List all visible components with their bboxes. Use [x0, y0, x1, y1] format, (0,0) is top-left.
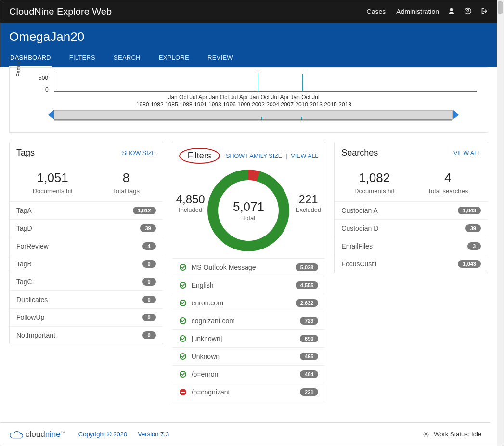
search-label: EmailFiles	[341, 242, 373, 250]
filter-count: 5,028	[296, 263, 319, 271]
timeline-yaxis-label: Family	[15, 61, 21, 77]
filter-row[interactable]: cognizant.com723	[172, 312, 325, 330]
tab-review[interactable]: REVIEW	[207, 49, 234, 67]
tag-label: ForReview	[16, 242, 49, 250]
search-count: 3	[467, 242, 481, 250]
include-icon	[179, 335, 187, 342]
filters-donut-chart: 5,071 Total	[207, 170, 289, 251]
tag-count: 0	[142, 331, 156, 339]
tag-count: 0	[142, 296, 156, 303]
filter-count: 2,632	[296, 299, 319, 307]
filters-panel: Filters SHOW FAMILY SIZE | VIEW ALL 4,85…	[172, 142, 326, 401]
logout-icon[interactable]	[480, 7, 488, 16]
filters-view-all[interactable]: VIEW ALL	[291, 153, 318, 159]
tab-explore[interactable]: EXPLORE	[158, 49, 190, 67]
tag-label: NotImportant	[16, 331, 55, 339]
tag-count: 0	[142, 260, 156, 268]
tag-count: 39	[140, 224, 155, 232]
filter-row[interactable]: English4,555	[172, 276, 325, 294]
tag-count: 0	[142, 314, 156, 321]
timeline-y-axis	[54, 73, 54, 92]
tag-row[interactable]: Duplicates0	[10, 291, 163, 309]
tags-docs-hit-label: Documents hit	[33, 187, 73, 195]
filter-row[interactable]: enron.com2,632	[172, 294, 325, 312]
filter-label: Unknown	[192, 353, 220, 360]
main-tabs: DASHBOARD FILTERS SEARCH EXPLORE REVIEW	[9, 49, 488, 67]
work-status: Work Status: Idle	[423, 431, 481, 438]
filters-included-label: Included	[176, 206, 205, 213]
tab-filters[interactable]: FILTERS	[68, 49, 96, 67]
filters-show-family-size[interactable]: SHOW FAMILY SIZE	[226, 153, 282, 159]
cloud-icon	[9, 431, 24, 439]
include-icon	[179, 263, 187, 271]
svg-point-11	[425, 433, 427, 435]
filter-row[interactable]: MS Outlook Message5,028	[172, 259, 325, 276]
scrollbar-thumb[interactable]	[498, 1, 503, 14]
help-icon[interactable]	[464, 7, 472, 16]
page-scrollbar[interactable]	[497, 0, 504, 446]
filters-total-value: 5,071	[233, 199, 264, 214]
search-label: FocusCust1	[341, 260, 377, 268]
filter-label: /o=enron	[192, 370, 219, 378]
app-topbar: CloudNine Explore Web Cases Administrati…	[0, 0, 497, 23]
filter-label: English	[192, 281, 214, 289]
tags-list: TagA1,012TagD39ForReview4TagB0TagC0Dupli…	[10, 201, 163, 344]
tab-search[interactable]: SEARCH	[113, 49, 142, 67]
tag-label: FollowUp	[16, 314, 44, 321]
tag-row[interactable]: TagA1,012	[10, 202, 163, 220]
searches-docs-hit-label: Documents hit	[354, 187, 394, 195]
search-count: 1,043	[458, 260, 481, 268]
timeline-scrubber[interactable]	[54, 110, 453, 120]
filter-label: cognizant.com	[192, 317, 235, 325]
tag-row[interactable]: TagB0	[10, 255, 163, 273]
timeline-x-axis	[54, 91, 477, 92]
search-row[interactable]: EmailFiles3	[335, 237, 488, 255]
searches-view-all[interactable]: VIEW ALL	[453, 150, 481, 157]
searches-total-label: Total searches	[427, 187, 468, 195]
app-footer: cloudnine™ Copyright © 2020 Version 7.3 …	[0, 422, 490, 446]
gear-icon	[423, 431, 429, 438]
filter-row[interactable]: Unknown495	[172, 348, 325, 366]
filters-title: Filters	[188, 151, 211, 160]
search-row[interactable]: FocusCust11,043	[335, 255, 488, 273]
user-icon[interactable]	[448, 7, 455, 16]
tag-row[interactable]: ForReview4	[10, 237, 163, 255]
nav-cases[interactable]: Cases	[367, 8, 386, 15]
filter-row[interactable]: /o=cognizant221	[172, 383, 325, 401]
tags-total-value: 8	[113, 171, 140, 185]
footer-copyright[interactable]: Copyright © 2020	[78, 431, 127, 438]
tags-docs-hit-value: 1,051	[33, 171, 73, 185]
filter-count: 221	[300, 388, 318, 396]
filter-row[interactable]: /o=enron464	[172, 366, 325, 383]
filter-count: 4,555	[296, 281, 319, 289]
tag-label: TagD	[16, 224, 32, 232]
search-row[interactable]: Custodian D39	[335, 220, 488, 237]
timeline-arrow-left[interactable]	[48, 110, 54, 119]
tag-row[interactable]: TagD39	[10, 220, 163, 237]
filter-row[interactable]: [unknown]690	[172, 330, 325, 348]
timeline-tick-500: 500	[39, 75, 48, 81]
nav-administration[interactable]: Administration	[396, 8, 439, 15]
include-icon	[179, 317, 187, 325]
tag-row[interactable]: NotImportant0	[10, 327, 163, 344]
svg-point-1	[467, 12, 468, 13]
filter-count: 495	[300, 353, 318, 360]
tag-label: TagC	[16, 278, 32, 286]
searches-list: Custodian A1,043Custodian D39EmailFiles3…	[335, 201, 488, 273]
tag-row[interactable]: FollowUp0	[10, 309, 163, 327]
searches-panel: Searches VIEW ALL 1,082 Documents hit 4 …	[334, 142, 488, 273]
timeline-x-labels: Jan Oct Jul Apr Jan Oct Jul Apr Jan Oct …	[54, 94, 434, 108]
include-icon	[179, 299, 187, 307]
tags-show-size[interactable]: SHOW SIZE	[122, 150, 156, 157]
timeline-panel: Family 500 0 Jan Oct Jul Apr Jan Oct Jul…	[9, 67, 488, 133]
case-header: OmegaJan20 DASHBOARD FILTERS SEARCH EXPL…	[0, 23, 497, 67]
timeline-arrow-right[interactable]	[453, 110, 459, 119]
tags-total-label: Total tags	[113, 187, 140, 195]
footer-version[interactable]: Version 7.3	[138, 431, 169, 438]
tag-row[interactable]: TagC0	[10, 273, 163, 291]
svg-rect-10	[181, 392, 185, 393]
search-row[interactable]: Custodian A1,043	[335, 202, 488, 220]
tag-label: Duplicates	[16, 296, 48, 303]
filters-excluded-label: Excluded	[296, 206, 321, 213]
footer-logo: cloudnine™	[9, 430, 65, 439]
